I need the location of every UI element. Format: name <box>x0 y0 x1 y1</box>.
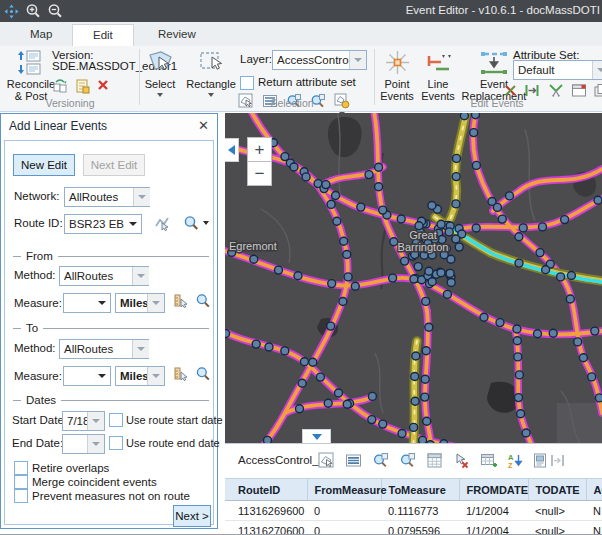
merge-coincident-checkbox[interactable] <box>14 475 28 489</box>
event-point <box>447 279 455 287</box>
attribute-report-icon[interactable] <box>532 452 549 469</box>
point-events-button[interactable]: Point Events <box>378 49 416 102</box>
from-measure-zoom-icon[interactable] <box>195 293 211 309</box>
reconcile-post-button[interactable]: Reconcile & Post <box>4 49 58 102</box>
zoom-to-route-icon[interactable] <box>183 215 199 231</box>
to-method-combobox[interactable]: AllRoutes <box>59 339 133 359</box>
rectangle-label: Rectangle <box>186 78 236 90</box>
close-icon[interactable]: ✕ <box>198 118 209 133</box>
show-all-rows-icon[interactable] <box>345 452 362 469</box>
event-panel-icon[interactable] <box>571 83 587 99</box>
use-route-start-checkbox[interactable] <box>109 413 123 427</box>
event-point <box>281 347 289 355</box>
tab-edit[interactable]: Edit <box>72 24 134 48</box>
column-header-fromdate[interactable]: FROMDATE <box>459 479 528 501</box>
sort-icon[interactable]: AZ <box>507 452 524 469</box>
merge-event-icon[interactable] <box>548 83 564 99</box>
event-point <box>298 379 306 387</box>
event-point <box>428 202 436 210</box>
end-date-combobox[interactable] <box>62 434 105 454</box>
event-point <box>343 251 351 259</box>
to-method-dropdown-button[interactable] <box>132 339 149 359</box>
column-header-tomeasure[interactable]: ToMeasure <box>381 479 459 501</box>
collapse-panel-icon[interactable] <box>225 138 239 162</box>
select-button[interactable]: Select <box>140 49 180 97</box>
to-unit-dropdown-button[interactable] <box>147 367 164 385</box>
layer-dropdown-button[interactable] <box>349 51 366 69</box>
prevent-measures-label: Prevent measures not on route <box>32 490 190 502</box>
pan-to-selection-icon[interactable] <box>399 452 416 469</box>
event-point <box>379 206 387 214</box>
collapse-table-icon[interactable] <box>302 429 331 443</box>
from-measure-pick-icon[interactable] <box>173 293 189 309</box>
end-date-dropdown-button[interactable] <box>87 435 104 453</box>
event-point <box>410 423 418 431</box>
to-measure-caret[interactable] <box>94 367 110 385</box>
tab-review[interactable]: Review <box>138 24 216 45</box>
from-unit-dropdown-button[interactable] <box>147 294 164 312</box>
from-measure-combobox[interactable] <box>63 293 111 313</box>
line-events-button[interactable]: Line Events <box>418 49 458 102</box>
network-combobox[interactable]: AllRoutes <box>64 187 134 207</box>
copy-event-icon[interactable] <box>593 83 602 99</box>
event-point <box>425 323 433 331</box>
change-version-icon[interactable] <box>52 78 68 94</box>
to-measure-combobox[interactable] <box>63 366 111 386</box>
new-edit-button[interactable]: New Edit <box>13 154 75 176</box>
select-rows-icon[interactable] <box>318 452 335 469</box>
field-calculator-icon[interactable] <box>426 452 443 469</box>
select-route-on-map-icon[interactable] <box>154 215 170 231</box>
event-point <box>422 347 430 355</box>
delete-version-icon[interactable] <box>96 78 112 94</box>
to-measure-zoom-icon[interactable] <box>195 366 211 382</box>
network-dropdown-button[interactable] <box>133 187 150 207</box>
to-measure-pick-icon[interactable] <box>173 366 189 382</box>
pan-icon[interactable] <box>0 0 22 22</box>
attribute-set-combobox[interactable]: Default <box>513 60 602 80</box>
cell-ac: N <box>586 501 602 521</box>
from-method-dropdown-button[interactable] <box>132 266 149 286</box>
table-row[interactable]: 11316270600 0 0.0795596 1/1/2004 <null> … <box>225 521 602 535</box>
route-id-combobox[interactable]: BSR23 EB <box>64 214 142 234</box>
prevent-measures-checkbox[interactable] <box>14 489 28 503</box>
start-date-combobox[interactable]: 7/18/ <box>62 411 105 431</box>
from-unit-combobox[interactable]: Miles <box>115 293 165 313</box>
column-header-frommeasure[interactable]: FromMeasure <box>307 479 381 501</box>
table-row[interactable]: 11316269600 0 0.1116773 1/1/2004 <null> … <box>225 501 602 521</box>
use-route-end-checkbox[interactable] <box>109 436 123 450</box>
from-measure-caret[interactable] <box>94 294 110 312</box>
return-attribute-checkbox[interactable] <box>240 76 254 90</box>
map-zoom-out-button[interactable]: − <box>247 161 272 186</box>
retire-overlaps-checkbox[interactable] <box>14 461 28 475</box>
map-zoom-in-button[interactable]: + <box>247 137 272 162</box>
column-header-routeid[interactable]: RouteID <box>225 479 307 501</box>
start-date-dropdown-button[interactable] <box>87 412 104 430</box>
next-edit-button[interactable]: Next Edit <box>83 154 145 176</box>
map-view[interactable]: EgremontGreatBarrington + − <box>225 113 602 443</box>
split-record-icon[interactable] <box>549 452 566 469</box>
layer-combobox[interactable]: AccessControl_A <box>272 50 367 70</box>
add-record-icon[interactable] <box>480 452 497 469</box>
column-header-ac[interactable]: AC <box>586 479 602 501</box>
event-point <box>470 129 478 137</box>
rectangle-button[interactable]: Rectangle <box>185 49 237 97</box>
event-point <box>365 171 373 179</box>
clear-selection-icon[interactable] <box>453 452 470 469</box>
event-point <box>534 330 542 338</box>
tab-map[interactable]: Map <box>10 24 72 45</box>
attribute-set-dropdown-button[interactable] <box>592 61 602 79</box>
event-point <box>316 373 324 381</box>
zoom-in-icon[interactable] <box>22 0 44 22</box>
next-button[interactable]: Next > <box>173 505 211 527</box>
zoom-to-route-caret[interactable] <box>203 221 209 225</box>
column-header-todate[interactable]: TODATE <box>528 479 586 501</box>
to-unit-combobox[interactable]: Miles <box>115 366 165 386</box>
zoom-out-icon[interactable] <box>44 0 66 22</box>
selection-options-icon[interactable] <box>334 93 350 109</box>
route-id-dropdown-button[interactable] <box>125 215 141 233</box>
zoom-to-selection-icon[interactable] <box>372 452 389 469</box>
create-version-icon[interactable] <box>74 78 90 94</box>
start-date-value: 7/18/ <box>63 415 87 427</box>
from-method-combobox[interactable]: AllRoutes <box>59 266 133 286</box>
event-point <box>327 322 335 330</box>
